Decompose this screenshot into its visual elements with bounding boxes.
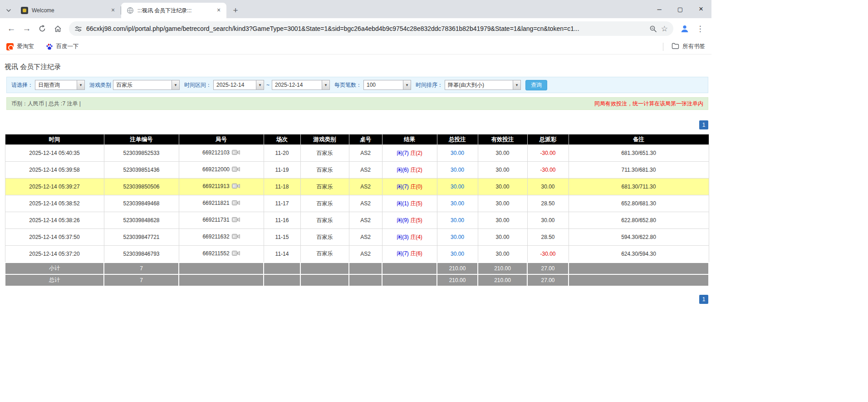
page-content: 视讯 会员下注纪录 请选择： 日期查询 ▾ 游戏类别 百家乐 ▾ 时间区间： 2… [0, 55, 711, 315]
home-icon[interactable] [50, 21, 65, 36]
chevron-down-icon[interactable]: ▾ [77, 80, 84, 89]
chevron-down-icon[interactable]: ▾ [172, 80, 179, 89]
cell-total-bet: 30.00 [437, 229, 478, 246]
tab-bet-records[interactable]: :::视讯 会员下注纪录::: × [121, 3, 226, 18]
column-header: 结果 [382, 134, 437, 145]
cell-table-no: AS2 [349, 195, 382, 212]
sort-order-select[interactable]: 降幂(由大到小) ▾ [445, 80, 521, 90]
reload-icon[interactable] [34, 21, 50, 36]
cell-time: 2025-12-14 05:37:20 [5, 246, 104, 263]
result-banker: 庄(2) [410, 167, 422, 173]
table-row[interactable]: 2025-12-14 05:40:35523039852533669212103… [5, 145, 709, 162]
column-header: 时间 [5, 134, 104, 145]
cell-result: 闲(7) 庄(2) [382, 145, 437, 162]
address-bar[interactable]: 66cxkj98.com/ipl/portal.php/game/betreco… [69, 21, 673, 36]
total-bet-link[interactable]: 30.00 [451, 167, 464, 173]
chevron-down-icon[interactable] [2, 3, 15, 18]
all-bookmarks-label: 所有书签 [682, 43, 705, 50]
page-1-button[interactable]: 1 [699, 120, 708, 129]
summary-label: 小计 [5, 263, 104, 274]
search-button[interactable]: 查询 [525, 80, 547, 90]
table-row[interactable]: 2025-12-14 05:38:52523039849468669211821… [5, 195, 709, 212]
currency-summary: 币别：人民币 | 总共 :7 注单 | [11, 100, 81, 108]
cell-bet-id: 523039850506 [104, 179, 179, 195]
video-replay-icon[interactable] [232, 233, 240, 241]
zoom-icon[interactable] [649, 25, 657, 33]
column-header: 游戏类别 [300, 134, 349, 145]
summary-empty-cell [179, 263, 264, 274]
table-row[interactable]: 2025-12-14 05:37:50523039847721669211632… [5, 229, 709, 246]
profile-icon[interactable] [677, 21, 692, 36]
bookmarks-divider [663, 43, 663, 51]
maximize-button[interactable]: ▢ [670, 0, 691, 18]
tab-strip: Welcome × :::视讯 会员下注纪录::: × + ─ ▢ × [0, 0, 711, 18]
table-row[interactable]: 2025-12-14 05:37:20523039846793669211552… [5, 246, 709, 263]
cell-round: 669211731 [179, 212, 264, 229]
total-bet-link[interactable]: 30.00 [451, 234, 464, 240]
cell-payout: -30.00 [527, 145, 569, 162]
video-replay-icon[interactable] [232, 183, 240, 190]
bookmark-baidu[interactable]: 百度一下 [46, 43, 79, 50]
game-type-value: 百家乐 [113, 80, 172, 89]
cell-table-no: AS2 [349, 145, 382, 162]
summary-payout: 27.00 [527, 274, 569, 286]
date-to-value: 2025-12-14 [272, 80, 322, 89]
page-size-select[interactable]: 100 ▾ [363, 80, 411, 90]
total-bet-link[interactable]: 30.00 [451, 251, 464, 257]
all-bookmarks-button[interactable]: 所有书签 [672, 43, 705, 51]
url-text[interactable]: 66cxkj98.com/ipl/portal.php/game/betreco… [86, 25, 645, 32]
page-1-button[interactable]: 1 [699, 295, 708, 304]
total-bet-link[interactable]: 30.00 [451, 150, 464, 156]
query-type-select[interactable]: 日期查询 ▾ [35, 80, 85, 90]
cell-round: 669212103 [179, 145, 264, 162]
column-header: 注单编号 [104, 134, 179, 145]
video-replay-icon[interactable] [232, 217, 240, 224]
cell-valid-bet: 30.00 [478, 162, 527, 179]
cell-game-type: 百家乐 [300, 179, 349, 195]
close-icon[interactable]: × [109, 6, 117, 15]
result-banker: 庄(5) [410, 200, 422, 207]
game-type-label: 游戏类别 [89, 81, 111, 89]
date-to-select[interactable]: 2025-12-14 ▾ [272, 80, 330, 90]
cell-time: 2025-12-14 05:38:52 [5, 195, 104, 212]
table-row[interactable]: 2025-12-14 05:39:27523039850506669211913… [5, 179, 709, 195]
total-bet-link[interactable]: 30.00 [451, 184, 464, 190]
cell-game-type: 百家乐 [300, 162, 349, 179]
chevron-down-icon[interactable]: ▾ [322, 80, 329, 89]
video-replay-icon[interactable] [232, 149, 240, 157]
total-bet-link[interactable]: 30.00 [451, 217, 464, 223]
round-number: 669212103 [202, 149, 230, 156]
video-replay-icon[interactable] [232, 166, 240, 174]
new-tab-button[interactable]: + [229, 4, 242, 17]
bookmark-aitaobao[interactable]: 爱淘宝 [6, 43, 34, 50]
total-bet-link[interactable]: 30.00 [451, 200, 464, 207]
close-icon[interactable]: × [215, 6, 223, 15]
site-info-icon[interactable] [74, 25, 82, 33]
cell-round: 669211632 [179, 229, 264, 246]
menu-icon[interactable]: ⋮ [692, 21, 708, 36]
summary-empty-cell [300, 274, 349, 286]
tab-welcome[interactable]: Welcome × [15, 3, 121, 18]
table-row[interactable]: 2025-12-14 05:38:26523039848628669211731… [5, 212, 709, 229]
close-window-button[interactable]: × [691, 0, 711, 18]
cell-valid-bet: 30.00 [478, 195, 527, 212]
cell-payout: 28.50 [527, 229, 569, 246]
video-replay-icon[interactable] [232, 200, 240, 207]
game-type-select[interactable]: 百家乐 ▾ [113, 80, 180, 90]
minimize-button[interactable]: ─ [649, 0, 670, 18]
cell-total-bet: 30.00 [437, 179, 478, 195]
cell-session: 11-16 [264, 212, 300, 229]
cell-session: 11-20 [264, 145, 300, 162]
cell-bet-id: 523039848628 [104, 212, 179, 229]
cell-time: 2025-12-14 05:37:50 [5, 229, 104, 246]
table-row[interactable]: 2025-12-14 05:39:58523039851436669212000… [5, 162, 709, 179]
chevron-down-icon[interactable]: ▾ [513, 80, 520, 89]
bookmark-star-icon[interactable]: ☆ [661, 24, 668, 34]
bookmark-label: 百度一下 [56, 43, 79, 50]
forward-icon[interactable]: → [19, 21, 34, 36]
back-icon[interactable]: ← [4, 21, 19, 36]
chevron-down-icon[interactable]: ▾ [256, 80, 264, 89]
video-replay-icon[interactable] [232, 250, 240, 258]
date-from-select[interactable]: 2025-12-14 ▾ [213, 80, 264, 90]
chevron-down-icon[interactable]: ▾ [403, 80, 411, 89]
